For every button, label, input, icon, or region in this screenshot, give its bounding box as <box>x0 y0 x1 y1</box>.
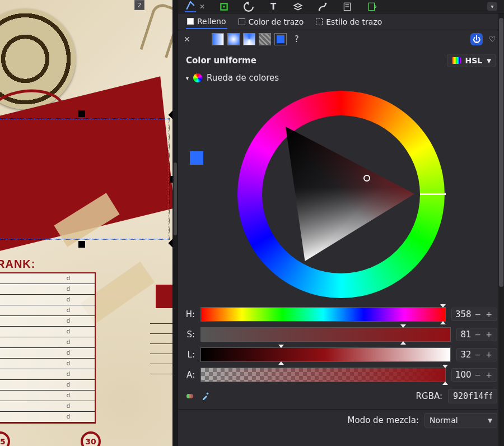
favorite-icon[interactable]: ♡ <box>486 33 498 45</box>
light-value: 32 <box>460 350 471 360</box>
svg-rect-10 <box>206 392 208 394</box>
resize-handle-top[interactable] <box>78 110 85 117</box>
d-cell: d <box>67 382 70 388</box>
increment-icon[interactable]: + <box>484 330 493 339</box>
path-effects-icon[interactable] <box>317 1 328 12</box>
table-row: d <box>0 305 95 316</box>
decrement-icon[interactable]: − <box>474 350 483 359</box>
stroke-swatch-icon <box>239 18 245 25</box>
sat-slider[interactable] <box>200 327 451 342</box>
pin-panel-icon[interactable]: ⏻ <box>470 33 483 45</box>
decrement-icon[interactable]: − <box>474 370 483 379</box>
hue-spinner[interactable]: 358 − + <box>451 308 497 321</box>
tab-stroke-paint[interactable]: Color de trazo <box>237 15 305 29</box>
table-row: d <box>0 401 95 412</box>
hsl-sliders: H: 358 − + S: 81 − + L: <box>178 306 504 387</box>
d-cell: d <box>67 296 70 303</box>
table-row: d <box>0 369 95 380</box>
table-row: d <box>0 327 95 337</box>
color-mode-select[interactable]: HSL ▼ <box>447 54 496 67</box>
chevron-down-icon: ▼ <box>488 417 492 424</box>
color-manage-icon[interactable] <box>185 391 195 401</box>
table-row: d <box>0 295 95 305</box>
circle-badge-30: 30 <box>81 431 101 446</box>
tab-fill[interactable]: Relleno <box>186 15 227 29</box>
increment-icon[interactable]: + <box>484 350 493 359</box>
canvas-pane[interactable]: PARRY RANK: dddddddddddddd 25 30 2 ⋮ <box>0 0 178 446</box>
alpha-label: A: <box>185 370 195 380</box>
panel-scrollbar[interactable] <box>498 13 504 446</box>
rgba-label: RGBA: <box>416 391 442 401</box>
no-paint-icon[interactable]: ✕ <box>184 35 190 44</box>
hue-ring-marker[interactable] <box>420 193 446 195</box>
hue-slider[interactable] <box>200 307 446 322</box>
toolbar-overflow-icon[interactable]: ▾ <box>487 2 497 11</box>
sat-label: S: <box>185 329 195 340</box>
align-distribute-icon[interactable] <box>218 1 230 12</box>
linear-gradient-swatch[interactable] <box>212 33 224 45</box>
expander-icon[interactable]: ▾ <box>186 75 189 81</box>
hue-row: H: 358 − + <box>185 307 497 322</box>
color-wheel-icon <box>193 73 202 82</box>
d-cell: d <box>67 307 70 313</box>
decrement-icon[interactable]: − <box>474 310 483 319</box>
light-spinner[interactable]: 32 − + <box>456 348 497 361</box>
scrollbar-thumb[interactable] <box>499 18 503 287</box>
radial-gradient-swatch[interactable] <box>227 33 240 45</box>
tab-label: Estilo de trazo <box>326 17 382 26</box>
rgba-input[interactable] <box>448 389 497 403</box>
sat-spinner[interactable]: 81 − + <box>456 328 497 341</box>
tab-stroke-style[interactable]: Estilo de trazo <box>315 15 383 29</box>
sat-value: 81 <box>460 329 471 340</box>
color-wheel-section[interactable]: ▾ Rueda de colores <box>178 68 504 87</box>
page-number-tag[interactable]: 2 <box>134 0 144 10</box>
blend-mode-select[interactable]: Normal ▼ <box>424 413 497 428</box>
svg-point-3 <box>325 2 326 4</box>
mesh-gradient-swatch[interactable] <box>243 33 255 45</box>
increment-icon[interactable]: + <box>484 310 493 319</box>
flat-color-swatch[interactable] <box>190 152 203 164</box>
fill-stroke-dialog-icon[interactable] <box>185 1 196 12</box>
transform-icon[interactable] <box>243 1 254 12</box>
alpha-slider[interactable] <box>200 368 446 382</box>
light-label: L: <box>185 350 195 360</box>
scrollbar-thumb[interactable] <box>174 162 177 235</box>
light-row: L: 32 − + <box>185 347 497 362</box>
decrement-icon[interactable]: − <box>474 330 483 339</box>
d-cell: d <box>67 318 70 324</box>
mode-gradient-icon <box>452 57 461 64</box>
d-cell: d <box>67 350 70 356</box>
unknown-paint-icon[interactable]: ? <box>295 34 299 44</box>
swatch-swatch[interactable] <box>274 33 287 45</box>
d-cell: d <box>67 275 70 281</box>
table-row: d <box>0 337 95 348</box>
d-cell: d <box>67 328 70 334</box>
close-dock-icon[interactable]: ✕ <box>199 3 205 11</box>
object-properties-icon[interactable] <box>342 1 353 12</box>
rgba-row: RGBA: <box>178 387 504 409</box>
paint-type-row: ✕ ? ⏻ ♡ <box>178 30 504 48</box>
blend-value: Normal <box>430 416 458 425</box>
table-row: d <box>0 316 95 327</box>
hsl-color-wheel[interactable] <box>237 91 445 298</box>
d-cell: d <box>67 286 70 292</box>
section-title-text: Color uniforme <box>186 55 256 66</box>
layers-icon[interactable] <box>292 1 304 12</box>
table-row: d <box>0 348 95 359</box>
alpha-spinner[interactable]: 100 − + <box>451 368 497 382</box>
selection-bounding-box[interactable] <box>0 119 169 239</box>
triangle-picker-marker[interactable] <box>363 175 370 182</box>
pattern-swatch[interactable] <box>259 33 271 45</box>
table-row: d <box>0 391 95 401</box>
text-tool-icon[interactable]: T <box>268 1 279 12</box>
svg-point-1 <box>223 6 225 7</box>
d-cell: d <box>67 414 70 420</box>
export-icon[interactable] <box>366 1 377 12</box>
stroke-style-icon <box>316 18 323 25</box>
light-slider[interactable] <box>200 347 451 362</box>
color-picker-icon[interactable] <box>200 391 211 401</box>
resize-handle-bottom[interactable] <box>78 241 85 248</box>
increment-icon[interactable]: + <box>484 370 493 379</box>
canvas-scrollbar[interactable] <box>172 0 178 446</box>
fill-stroke-tabs: Relleno Color de trazo Estilo de trazo <box>178 13 504 30</box>
